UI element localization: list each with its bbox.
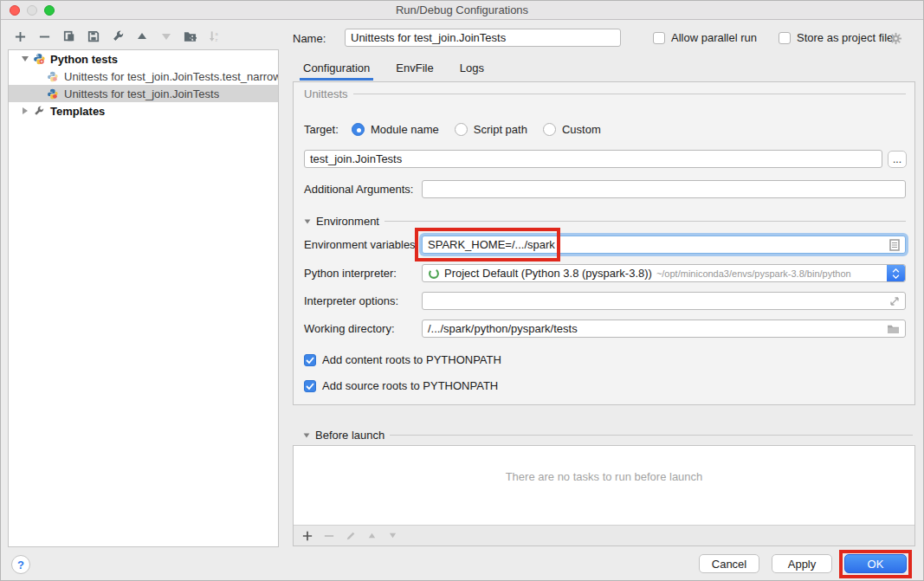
tab-envfile[interactable]: EnvFile: [394, 61, 435, 81]
svg-text:z: z: [215, 37, 217, 42]
save-icon[interactable]: [86, 29, 100, 44]
target-value: test_join.JoinTests: [310, 152, 402, 165]
add-icon[interactable]: [302, 531, 313, 541]
svg-text:a: a: [215, 31, 218, 36]
cancel-button[interactable]: Cancel: [699, 554, 759, 573]
config-tabs: Configuration EnvFile Logs: [301, 58, 486, 81]
checkbox-checked-icon[interactable]: [304, 354, 316, 366]
tree-item-jointests-selected[interactable]: Unittests for test_join.JoinTests: [9, 85, 278, 102]
close-window-button[interactable]: [10, 5, 20, 16]
name-value: Unittests for test_join.JoinTests: [351, 31, 506, 44]
add-source-roots-checkbox[interactable]: Add source roots to PYTHONPATH: [304, 379, 498, 392]
ok-button[interactable]: OK: [844, 554, 907, 573]
target-row: Target: Module name Script path Custom: [304, 119, 617, 139]
configuration-panel: Unittests Target: Module name Script pat…: [293, 81, 915, 405]
minimize-window-button: [27, 5, 37, 16]
zoom-window-button[interactable]: [44, 5, 55, 16]
radio-custom-label[interactable]: Custom: [562, 123, 601, 136]
help-button[interactable]: ?: [11, 555, 30, 574]
gear-icon[interactable]: [889, 32, 902, 45]
allow-parallel-run-label: Allow parallel run: [671, 31, 757, 44]
sort-alpha-icon: az: [207, 29, 222, 44]
python-tests-icon: [33, 53, 47, 65]
tree-group-label: Templates: [50, 105, 105, 118]
python-interpreter-select[interactable]: Project Default (Python 3.8 (pyspark-3.8…: [422, 264, 906, 282]
add-source-roots-label: Add source roots to PYTHONPATH: [322, 379, 498, 392]
tree-item-label: Unittests for test_join.JoinTests.test_n…: [64, 70, 278, 83]
add-content-roots-label: Add content roots to PYTHONPATH: [322, 353, 501, 366]
copy-icon[interactable]: [61, 29, 76, 44]
python-interpreter-path: ~/opt/miniconda3/envs/pyspark-3.8/bin/py…: [656, 268, 851, 279]
add-content-roots-checkbox[interactable]: Add content roots to PYTHONPATH: [304, 353, 501, 366]
remove-icon[interactable]: [37, 29, 52, 44]
chevron-down-icon[interactable]: [305, 219, 311, 223]
browse-target-button[interactable]: ...: [888, 151, 907, 168]
edit-templates-wrench-icon[interactable]: [110, 29, 125, 44]
unittests-group-title: Unittests: [304, 87, 348, 100]
environment-group-title: Environment: [316, 215, 379, 228]
add-icon[interactable]: [13, 29, 28, 44]
checkbox-checked-icon[interactable]: [304, 380, 316, 392]
radio-script-path-label[interactable]: Script path: [474, 123, 527, 136]
python-interpreter-value: Project Default (Python 3.8 (pyspark-3.8…: [444, 267, 652, 280]
working-directory-label: Working directory:: [304, 322, 395, 335]
title-bar: Run/Debug Configurations: [1, 1, 923, 20]
remove-icon: [324, 531, 334, 541]
before-launch-empty-text: There are no tasks to run before launch: [294, 470, 914, 483]
chevron-up-down-icon[interactable]: [887, 265, 905, 281]
name-label: Name:: [293, 32, 326, 45]
checkbox-icon[interactable]: [779, 32, 791, 44]
tree-item-label: Unittests for test_join.JoinTests: [64, 87, 219, 100]
tree-group-python-tests[interactable]: Python tests: [9, 50, 278, 68]
chevron-right-icon[interactable]: [17, 107, 33, 114]
chevron-down-icon[interactable]: [304, 433, 310, 437]
move-down-icon: [158, 29, 173, 44]
environment-group-header[interactable]: Environment: [304, 215, 906, 228]
tree-group-templates[interactable]: Templates: [9, 102, 278, 119]
python-interpreter-label: Python interpreter:: [304, 267, 397, 280]
environment-variables-value: SPARK_HOME=/.../spark: [428, 238, 555, 251]
window-controls: [10, 5, 55, 16]
radio-module-name-label[interactable]: Module name: [371, 123, 439, 136]
additional-arguments-input[interactable]: [422, 180, 906, 198]
interpreter-options-label: Interpreter options:: [304, 294, 398, 307]
interpreter-options-input[interactable]: [422, 292, 906, 310]
before-launch-title: Before launch: [315, 429, 384, 442]
radio-custom[interactable]: [543, 123, 556, 136]
store-as-project-file-label: Store as project file: [797, 31, 893, 44]
name-input[interactable]: Unittests for test_join.JoinTests: [345, 29, 621, 47]
move-down-icon: [388, 531, 397, 540]
move-up-icon[interactable]: [134, 29, 149, 44]
new-folder-icon[interactable]: [183, 29, 197, 44]
environment-variables-input[interactable]: SPARK_HOME=/.../spark: [422, 236, 906, 254]
expand-icon[interactable]: [889, 296, 900, 307]
radio-script-path[interactable]: [455, 123, 468, 136]
configurations-tree: Python tests Unittests for test_join.Joi…: [8, 49, 279, 547]
tab-logs[interactable]: Logs: [458, 61, 486, 81]
apply-button[interactable]: Apply: [772, 554, 832, 573]
working-directory-input[interactable]: /.../spark/python/pyspark/tests: [422, 320, 906, 338]
store-as-project-file-checkbox[interactable]: Store as project file: [779, 31, 893, 44]
target-label: Target:: [304, 123, 349, 136]
unittests-group-header: Unittests: [304, 87, 906, 100]
radio-module-name[interactable]: [352, 123, 365, 136]
tree-item-test-narrow[interactable]: Unittests for test_join.JoinTests.test_n…: [9, 68, 278, 85]
additional-arguments-label: Additional Arguments:: [304, 183, 413, 196]
environment-variables-label: Environment variables:: [304, 238, 418, 251]
browse-env-vars-icon[interactable]: [889, 239, 900, 251]
run-debug-configurations-dialog: Run/Debug Configurations az Python tests…: [0, 0, 924, 581]
templates-wrench-icon: [33, 106, 47, 117]
checkbox-icon[interactable]: [653, 32, 665, 44]
chevron-down-icon[interactable]: [17, 56, 33, 61]
python-test-config-icon: [47, 88, 61, 100]
window-title: Run/Debug Configurations: [396, 3, 528, 16]
edit-pencil-icon: [346, 531, 356, 541]
allow-parallel-run-checkbox[interactable]: Allow parallel run: [653, 31, 757, 44]
tab-configuration[interactable]: Configuration: [301, 61, 372, 81]
conda-env-icon: [428, 268, 440, 280]
before-launch-header[interactable]: Before launch: [303, 429, 913, 442]
target-input[interactable]: test_join.JoinTests: [304, 150, 882, 168]
before-launch-panel: There are no tasks to run before launch: [293, 445, 915, 546]
move-up-icon: [367, 531, 377, 540]
folder-icon[interactable]: [887, 324, 900, 334]
